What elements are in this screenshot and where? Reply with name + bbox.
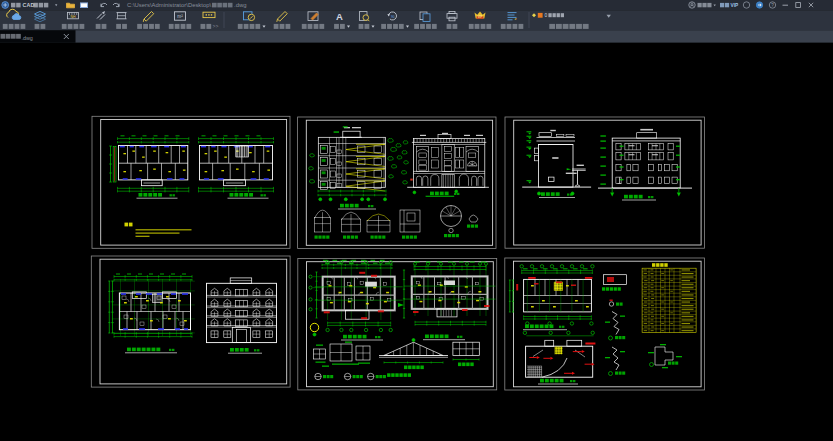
svg-text:CAD: CAD	[23, 2, 35, 8]
svg-text:NH: NH	[71, 15, 76, 19]
svg-text:A: A	[336, 11, 343, 22]
svg-text:m²: m²	[177, 14, 183, 19]
svg-text:.dwg: .dwg	[234, 2, 246, 8]
svg-text:VIP: VIP	[478, 15, 483, 19]
svg-text:C:\Users\Administrator\Desktop: C:\Users\Administrator\Desktop\	[127, 2, 211, 8]
svg-text:VIP: VIP	[731, 3, 740, 8]
svg-text:?: ?	[771, 3, 774, 8]
svg-text:.dwg: .dwg	[21, 35, 32, 41]
svg-text:z: z	[514, 16, 516, 21]
svg-text:90: 90	[391, 15, 395, 19]
svg-text:>>: >>	[213, 23, 219, 29]
svg-text:0: 0	[545, 13, 548, 18]
